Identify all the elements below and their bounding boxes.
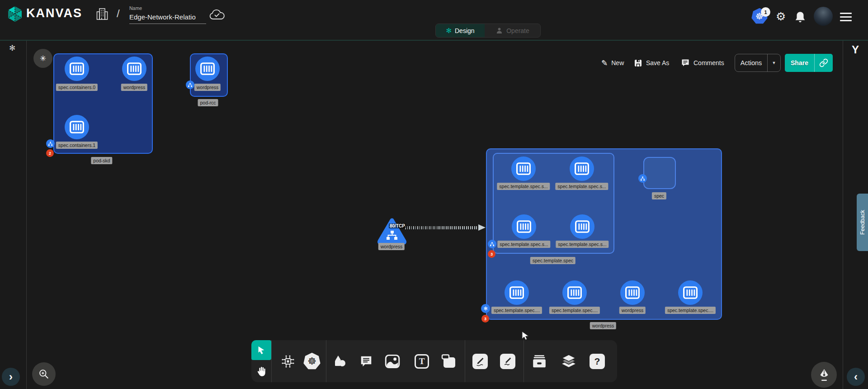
container-icon	[127, 62, 142, 75]
actions-split-button[interactable]: Actions ▼	[735, 54, 781, 72]
container-icon	[575, 220, 590, 233]
text-tool-glyph: T	[415, 354, 429, 369]
text-tool[interactable]: T	[411, 340, 433, 382]
zoom-button[interactable]	[32, 362, 56, 386]
chevron-right-icon: ›	[9, 370, 13, 383]
template-count-badge[interactable]: 3	[488, 250, 495, 258]
breadcrumb-separator: /	[117, 7, 120, 20]
node-template-container-1[interactable]	[570, 157, 594, 181]
group-label-pod-rcc: pod-rcc	[198, 99, 218, 106]
components-chip-tool[interactable]	[277, 340, 299, 382]
node-deployment-0[interactable]	[505, 280, 529, 305]
drawer-icon	[532, 354, 547, 369]
feedback-label: Feedback	[859, 210, 866, 235]
pen-tool[interactable]	[469, 340, 491, 382]
node-wordpress-rcc[interactable]	[195, 57, 220, 81]
tab-design[interactable]: ✻ Design	[436, 24, 485, 37]
select-tool[interactable]	[251, 340, 271, 360]
feedback-tab[interactable]: Feedback	[857, 194, 868, 251]
kubernetes-tool[interactable]: ☸	[301, 340, 323, 382]
expand-left-panel-button[interactable]: ›	[2, 368, 20, 386]
deployment-count-badge[interactable]: 3	[481, 315, 489, 323]
node-label: spec.template.spec.s...	[497, 183, 550, 190]
pen-nib-button[interactable]	[811, 362, 837, 388]
spec-label: spec	[652, 192, 666, 199]
help-tool[interactable]: ?	[586, 340, 608, 382]
pod-skd-count-badge[interactable]: 2	[46, 149, 54, 157]
node-spec-containers-0[interactable]	[65, 57, 89, 81]
toolbar-divider	[465, 340, 465, 382]
design-name-input[interactable]	[129, 12, 206, 24]
logo-wordmark: KANVAS	[26, 6, 82, 20]
node-template-container-3[interactable]	[570, 214, 594, 239]
kanvas-logo-icon[interactable]	[6, 5, 24, 23]
deployment-spiral-badge[interactable]: ✻	[481, 304, 490, 313]
node-service-wordpress[interactable]	[377, 217, 407, 244]
node-deployment-3[interactable]	[678, 280, 703, 305]
node-wordpress-skd[interactable]	[122, 57, 146, 81]
group-label-pod-skd: pod-skd	[91, 157, 112, 164]
node-label: spec.template.spec.s...	[556, 241, 609, 248]
user-avatar[interactable]	[814, 7, 833, 26]
actions-dropdown-arrow[interactable]: ▼	[768, 54, 780, 71]
notifications-bell-icon[interactable]	[794, 11, 806, 24]
cluster-flower-button[interactable]: ✳	[33, 49, 52, 68]
flower-glyph: ✳	[40, 54, 46, 63]
actions-label[interactable]: Actions	[735, 54, 768, 71]
shapes-icon	[332, 354, 348, 369]
freehand-tool[interactable]	[497, 340, 519, 382]
pen-icon	[475, 356, 486, 367]
new-button[interactable]: ✎ New	[601, 55, 624, 71]
node-label: wordpress	[619, 307, 646, 314]
new-label: New	[611, 59, 624, 66]
organization-icon[interactable]	[96, 7, 108, 21]
save-as-button[interactable]: Save As	[634, 55, 669, 71]
spec-hierarchy-badge[interactable]	[638, 174, 647, 183]
drawer-tool[interactable]	[528, 340, 550, 382]
header-divider	[0, 40, 868, 41]
comments-button[interactable]: Comments	[681, 55, 724, 71]
container-icon	[567, 286, 582, 299]
note-icon	[441, 354, 457, 369]
share-label[interactable]: Share	[785, 54, 815, 72]
save-as-label: Save As	[646, 59, 669, 66]
node-template-container-0[interactable]	[511, 157, 536, 181]
image-tool[interactable]	[382, 340, 403, 382]
pan-hand-tool[interactable]	[251, 361, 271, 382]
spiral-glyph: ✻	[483, 306, 487, 312]
chip-icon	[280, 354, 296, 369]
group-label-template: spec.template.spec	[530, 257, 576, 264]
rail-spiral-icon[interactable]: ✻	[9, 43, 15, 53]
layers-tool[interactable]	[558, 340, 580, 382]
settings-gear-icon[interactable]: ⚙	[776, 10, 786, 23]
share-button[interactable]: Share	[785, 54, 833, 72]
container-icon	[683, 286, 698, 299]
template-hierarchy-badge[interactable]	[488, 240, 496, 248]
mouse-cursor	[521, 331, 531, 342]
share-link-icon[interactable]	[815, 58, 833, 67]
right-panel-y-icon[interactable]: Y	[852, 43, 859, 56]
menu-hamburger-icon[interactable]	[840, 13, 852, 24]
node-label: spec.template.spec.s...	[497, 241, 550, 248]
container-icon	[200, 62, 215, 75]
node-deployment-2[interactable]	[620, 280, 645, 305]
container-icon	[516, 162, 531, 175]
comment-tool[interactable]	[355, 340, 377, 382]
node-deployment-1[interactable]	[562, 280, 587, 305]
pod-skd-hierarchy-badge[interactable]	[46, 139, 55, 148]
pod-rcc-hierarchy-badge[interactable]	[186, 81, 194, 89]
container-icon	[517, 220, 531, 233]
pen-nib-icon	[818, 368, 830, 382]
node-spec[interactable]	[643, 157, 676, 189]
image-icon	[385, 354, 400, 369]
note-tool[interactable]	[438, 340, 460, 382]
tab-operate[interactable]: Operate	[485, 24, 540, 37]
node-label: spec.template.spec....	[549, 307, 600, 314]
node-template-container-2[interactable]	[512, 214, 536, 239]
collapse-right-panel-button[interactable]: ‹	[847, 368, 865, 386]
toolbar-divider	[326, 340, 326, 382]
node-spec-containers-1[interactable]	[65, 115, 89, 139]
hand-icon	[255, 365, 268, 378]
edge-service-to-deployment[interactable]	[405, 226, 480, 229]
shapes-tool[interactable]	[329, 340, 351, 382]
